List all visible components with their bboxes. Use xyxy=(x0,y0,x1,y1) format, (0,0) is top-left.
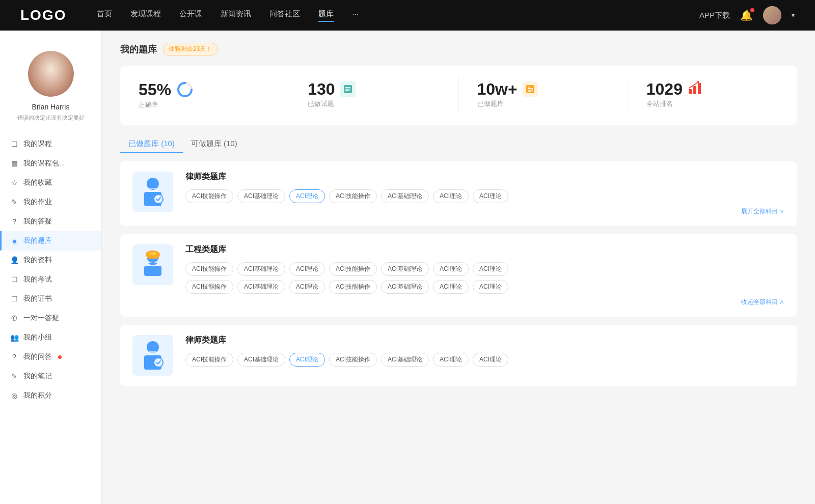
tag[interactable]: ACI理论 xyxy=(473,262,508,276)
sidebar-item-qa[interactable]: ? 我的答疑 xyxy=(0,212,101,231)
tag[interactable]: ACI理论 xyxy=(433,189,469,203)
avatar-image xyxy=(763,6,781,24)
nav-home[interactable]: 首页 xyxy=(97,9,112,22)
notification-bell[interactable]: 🔔 xyxy=(740,9,753,21)
nav-open[interactable]: 公开课 xyxy=(179,9,202,22)
sidebar: Brian Harris 错误的决定比没有决定要好 ☐ 我的课程 ▦ 我的课程包… xyxy=(0,31,102,504)
nav-more[interactable]: ··· xyxy=(352,9,359,22)
stat-value-banks: 10w+ xyxy=(477,81,518,97)
sidebar-item-cert[interactable]: ☐ 我的证书 xyxy=(0,289,101,309)
tag[interactable]: ACI技能操作 xyxy=(185,280,233,294)
layout: Brian Harris 错误的决定比没有决定要好 ☐ 我的课程 ▦ 我的课程包… xyxy=(0,31,815,504)
sidebar-avatar xyxy=(28,51,74,97)
navbar: LOGO 首页 发现课程 公开课 新闻资讯 问答社区 题库 ··· APP下载 … xyxy=(0,0,815,31)
svg-rect-20 xyxy=(144,266,161,276)
sidebar-item-label: 我的课程包... xyxy=(23,159,65,168)
tag[interactable]: ACI基础理论 xyxy=(381,189,429,203)
stat-icon-banks xyxy=(523,81,538,97)
svg-rect-23 xyxy=(149,253,156,255)
stat-label-banks: 已做题库 xyxy=(477,99,504,108)
tag[interactable]: ACI技能操作 xyxy=(185,189,233,203)
navbar-right: APP下载 🔔 ▾ xyxy=(699,6,795,24)
tag[interactable]: ACI技能操作 xyxy=(329,353,377,367)
tag[interactable]: ACI基础理论 xyxy=(237,280,285,294)
tab-done[interactable]: 已做题库 (10) xyxy=(120,135,183,153)
qbank-tags: ACI技能操作 ACI基础理论 ACI理论 ACI技能操作 ACI基础理论 AC… xyxy=(185,353,784,367)
sidebar-item-course[interactable]: ☐ 我的课程 xyxy=(0,134,101,154)
tutoring-icon: ✆ xyxy=(10,314,18,322)
svg-point-26 xyxy=(154,358,163,367)
tag[interactable]: ACI基础理论 xyxy=(381,353,429,367)
tag[interactable]: ACI理论 xyxy=(473,189,508,203)
stat-done-questions: 130 已做试题 xyxy=(289,76,458,115)
sidebar-item-notes[interactable]: ✎ 我的笔记 xyxy=(0,367,101,386)
sidebar-item-myqa[interactable]: ? 我的问答 xyxy=(0,347,101,367)
tag[interactable]: ACI基础理论 xyxy=(381,262,429,276)
tag[interactable]: ACI理论 xyxy=(433,280,469,294)
sidebar-item-label: 我的证书 xyxy=(23,294,52,303)
collect-icon: ☆ xyxy=(10,179,18,187)
tag[interactable]: ACI基础理论 xyxy=(237,353,285,367)
stat-value-rank: 1029 xyxy=(646,81,683,97)
tag[interactable]: ACI基础理论 xyxy=(237,262,285,276)
tag[interactable]: ACI理论 xyxy=(289,280,325,294)
tag[interactable]: ACI理论 xyxy=(473,280,508,294)
tag[interactable]: ACI技能操作 xyxy=(185,353,233,367)
homework-icon: ✎ xyxy=(10,198,18,206)
sidebar-item-label: 我的小组 xyxy=(23,333,52,342)
tag[interactable]: ACI基础理论 xyxy=(381,280,429,294)
qbank-content-lawyer-1: 律师类题库 ACI技能操作 ACI基础理论 ACI理论 ACI技能操作 ACI基… xyxy=(185,172,784,216)
tab-available[interactable]: 可做题库 (10) xyxy=(183,135,246,153)
svg-rect-12 xyxy=(693,86,696,94)
tag[interactable]: ACI技能操作 xyxy=(329,262,377,276)
nav-discover[interactable]: 发现课程 xyxy=(130,9,161,22)
qbank-tags-row2: ACI技能操作 ACI基础理论 ACI理论 ACI技能操作 ACI基础理论 AC… xyxy=(185,280,784,294)
navbar-links: 首页 发现课程 公开课 新闻资讯 问答社区 题库 ··· xyxy=(97,9,699,22)
tag[interactable]: ACI理论 xyxy=(473,353,508,367)
qbank-content-lawyer-2: 律师类题库 ACI技能操作 ACI基础理论 ACI理论 ACI技能操作 ACI基… xyxy=(185,335,784,371)
tag[interactable]: ACI技能操作 xyxy=(185,262,233,276)
tag[interactable]: ACI技能操作 xyxy=(329,280,377,294)
sidebar-item-label: 我的收藏 xyxy=(23,178,52,187)
stat-value-accuracy: 55% xyxy=(139,81,171,98)
tag[interactable]: ACI理论 xyxy=(289,262,325,276)
user-avatar[interactable] xyxy=(763,6,781,24)
nav-qa[interactable]: 问答社区 xyxy=(269,9,300,22)
collapse-link[interactable]: 收起全部科目 ∧ xyxy=(185,298,784,306)
svg-rect-11 xyxy=(689,89,692,94)
tag[interactable]: ACI理论 xyxy=(433,262,469,276)
stat-label-rank: 全站排名 xyxy=(646,99,673,108)
stats-row: 55% 正确率 130 xyxy=(120,66,797,125)
sidebar-item-qbank[interactable]: ▣ 我的题库 xyxy=(0,231,101,250)
sidebar-item-exam[interactable]: ☐ 我的考试 xyxy=(0,270,101,289)
tag-active[interactable]: ACI理论 xyxy=(289,189,325,203)
sidebar-motto: 错误的决定比没有决定要好 xyxy=(17,114,85,122)
nav-qbank[interactable]: 题库 xyxy=(318,9,334,22)
chevron-down-icon[interactable]: ▾ xyxy=(792,12,795,19)
tag[interactable]: ACI理论 xyxy=(433,353,469,367)
sidebar-item-label: 我的问答 xyxy=(23,352,52,361)
page-title: 我的题库 xyxy=(120,43,157,55)
sidebar-item-coursepack[interactable]: ▦ 我的课程包... xyxy=(0,154,101,173)
nav-news[interactable]: 新闻资讯 xyxy=(221,9,251,22)
page-title-row: 我的题库 体验剩余23天！ xyxy=(120,43,797,55)
qbank-card-lawyer-2: 律师类题库 ACI技能操作 ACI基础理论 ACI理论 ACI技能操作 ACI基… xyxy=(120,325,797,386)
tag-active[interactable]: ACI理论 xyxy=(289,353,325,367)
notification-dot xyxy=(750,8,754,12)
qbank-card-lawyer-1: 律师类题库 ACI技能操作 ACI基础理论 ACI理论 ACI技能操作 ACI基… xyxy=(120,161,797,226)
sidebar-item-points[interactable]: ◎ 我的积分 xyxy=(0,386,101,405)
expand-link[interactable]: 展开全部科目 ∨ xyxy=(185,207,784,216)
sidebar-item-collect[interactable]: ☆ 我的收藏 xyxy=(0,173,101,192)
course-icon: ☐ xyxy=(10,140,18,148)
app-download-button[interactable]: APP下载 xyxy=(699,11,730,20)
unread-dot xyxy=(58,355,62,359)
sidebar-item-label: 我的积分 xyxy=(23,391,52,400)
sidebar-item-profile[interactable]: 👤 我的资料 xyxy=(0,250,101,270)
sidebar-item-homework[interactable]: ✎ 我的作业 xyxy=(0,192,101,212)
tag[interactable]: ACI基础理论 xyxy=(237,189,285,203)
sidebar-item-group[interactable]: 👥 我的小组 xyxy=(0,328,101,347)
sidebar-item-tutoring[interactable]: ✆ 一对一答疑 xyxy=(0,309,101,328)
tag[interactable]: ACI技能操作 xyxy=(329,189,377,203)
tabs-row: 已做题库 (10) 可做题库 (10) xyxy=(120,135,797,153)
avatar-image xyxy=(28,51,74,97)
